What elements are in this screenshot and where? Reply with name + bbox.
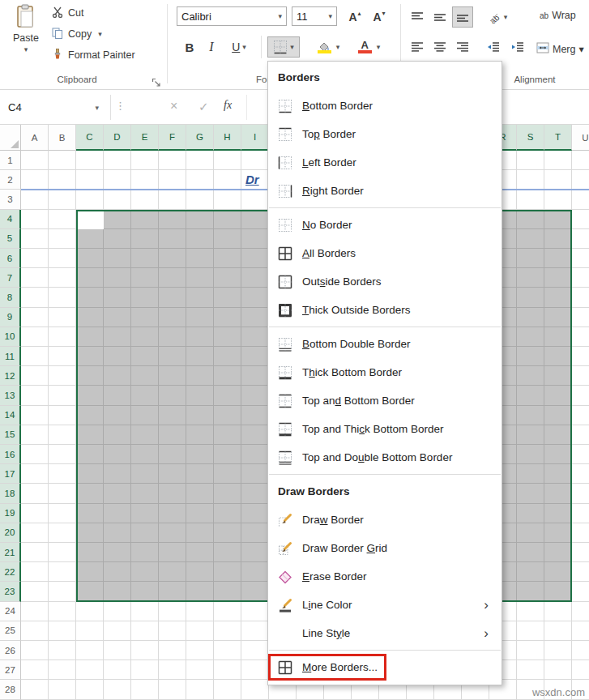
column-header-D[interactable]: D: [104, 125, 131, 151]
menu-item-top-and-thick-bottom-border[interactable]: Top and Thick Bottom Border: [268, 415, 502, 443]
row-header-5[interactable]: 5: [0, 229, 21, 249]
decrease-font-size-button[interactable]: A ▾: [368, 6, 390, 28]
enter-icon[interactable]: ✓: [198, 100, 209, 114]
column-header-U[interactable]: U: [572, 125, 589, 151]
column-header-G[interactable]: G: [186, 125, 214, 151]
column-header-S[interactable]: S: [517, 125, 544, 151]
orientation-button[interactable]: ab ▾: [481, 6, 514, 28]
row-header-21[interactable]: 21: [0, 543, 21, 562]
menu-item-bottom-border[interactable]: Bottom Border: [268, 92, 502, 120]
menu-item-top-and-bottom-border[interactable]: Top and Bottom Border: [268, 386, 502, 415]
row-header-28[interactable]: 28: [0, 680, 21, 699]
row-header-15[interactable]: 15: [0, 425, 21, 445]
menu-item-draw-border-grid[interactable]: Draw Border Grid: [268, 534, 502, 562]
decrease-indent-button[interactable]: [483, 36, 504, 58]
underline-dropdown-arrow[interactable]: ▾: [242, 43, 246, 51]
row-header-3[interactable]: 3: [0, 190, 21, 209]
wrap-text-button[interactable]: ab Wrap: [540, 10, 576, 21]
row-header-7[interactable]: 7: [0, 268, 21, 288]
menu-item-bottom-double-border[interactable]: Bottom Double Border: [268, 330, 502, 358]
align-right-button[interactable]: [452, 36, 473, 58]
menu-item-more-borders[interactable]: More Borders...: [268, 653, 502, 681]
menu-item-line-style[interactable]: Line Style›: [268, 619, 502, 647]
row-header-18[interactable]: 18: [0, 484, 21, 503]
copy-button[interactable]: Copy ▾: [52, 25, 102, 43]
insert-function-icon[interactable]: fx: [224, 99, 232, 112]
row-header-27[interactable]: 27: [0, 660, 21, 680]
font-name-combobox[interactable]: Calibri ▾: [177, 6, 287, 26]
menu-item-top-border[interactable]: Top Border: [268, 120, 502, 148]
name-box-dropdown-arrow[interactable]: ▾: [95, 104, 99, 112]
row-header-10[interactable]: 10: [0, 327, 21, 347]
row-header-22[interactable]: 22: [0, 562, 21, 582]
row-header-25[interactable]: 25: [0, 621, 21, 641]
fill-color-dropdown-arrow[interactable]: ▾: [336, 43, 340, 51]
row-header-8[interactable]: 8: [0, 288, 21, 307]
font-size-dropdown-arrow[interactable]: ▾: [324, 12, 332, 20]
row-header-17[interactable]: 17: [0, 464, 21, 484]
underline-button[interactable]: U ▾: [224, 36, 254, 58]
active-cell[interactable]: [78, 211, 104, 229]
row-header-19[interactable]: 19: [0, 504, 21, 523]
fill-color-button[interactable]: ▾: [309, 36, 345, 58]
menu-item-right-border[interactable]: Right Border: [268, 177, 502, 205]
orientation-dropdown-arrow[interactable]: ▾: [504, 13, 508, 21]
borders-button[interactable]: ▾: [267, 36, 300, 58]
borders-dropdown-arrow[interactable]: ▾: [290, 43, 294, 51]
copy-dropdown-arrow[interactable]: ▾: [98, 30, 102, 38]
row-header-6[interactable]: 6: [0, 249, 21, 268]
menu-item-top-and-double-bottom-border[interactable]: Top and Double Bottom Border: [268, 443, 502, 472]
menu-item-outside-borders[interactable]: Outside Borders: [268, 267, 502, 296]
bottom-align-button[interactable]: [452, 6, 473, 28]
column-header-F[interactable]: F: [159, 125, 186, 151]
column-header-A[interactable]: A: [21, 125, 49, 151]
row-header-14[interactable]: 14: [0, 406, 21, 425]
menu-item-draw-border[interactable]: Draw Border: [268, 506, 502, 534]
row-header-11[interactable]: 11: [0, 347, 21, 366]
row-header-26[interactable]: 26: [0, 641, 21, 660]
font-name-dropdown-arrow[interactable]: ▾: [274, 12, 282, 20]
select-all-corner[interactable]: [0, 125, 21, 151]
font-size-combobox[interactable]: 11 ▾: [292, 6, 337, 26]
cancel-icon[interactable]: ×: [170, 99, 177, 113]
menu-item-thick-bottom-border[interactable]: Thick Bottom Border: [268, 358, 502, 386]
clipboard-dialog-launcher[interactable]: [152, 76, 161, 86]
column-header-C[interactable]: C: [76, 125, 104, 151]
menu-item-thick-outside-borders[interactable]: Thick Outside Borders: [268, 296, 502, 324]
middle-align-button[interactable]: [429, 6, 450, 28]
formula-bar-drag-dots[interactable]: ⋮: [115, 100, 126, 112]
cut-button[interactable]: Cut: [52, 4, 83, 22]
row-header-2[interactable]: 2: [0, 170, 21, 190]
merge-center-button[interactable]: Merg ▾: [536, 42, 589, 56]
row-header-16[interactable]: 16: [0, 445, 21, 464]
align-center-button[interactable]: [429, 36, 450, 58]
paste-button[interactable]: Paste ▾: [6, 4, 45, 74]
format-painter-button[interactable]: Format Painter: [52, 46, 135, 64]
font-color-button[interactable]: A ▾: [352, 36, 384, 58]
font-color-dropdown-arrow[interactable]: ▾: [377, 43, 381, 51]
column-header-H[interactable]: H: [214, 125, 241, 151]
row-header-4[interactable]: 4: [0, 210, 21, 229]
row-header-20[interactable]: 20: [0, 523, 21, 543]
row-header-12[interactable]: 12: [0, 366, 21, 386]
increase-font-size-button[interactable]: A ▴: [344, 6, 365, 28]
column-header-T[interactable]: T: [544, 125, 572, 151]
paste-dropdown-arrow[interactable]: ▾: [24, 45, 28, 53]
merge-dropdown-arrow[interactable]: ▾: [578, 43, 583, 55]
name-box[interactable]: C4 ▾: [0, 96, 107, 119]
italic-button[interactable]: I: [203, 36, 220, 58]
row-header-23[interactable]: 23: [0, 582, 21, 601]
top-align-button[interactable]: [407, 6, 428, 28]
bold-button[interactable]: B: [180, 36, 199, 58]
menu-item-erase-border[interactable]: Erase Border: [268, 562, 502, 591]
menu-item-all-borders[interactable]: All Borders: [268, 239, 502, 267]
row-header-1[interactable]: 1: [0, 151, 21, 170]
increase-indent-button[interactable]: [507, 36, 528, 58]
menu-item-no-border[interactable]: No Border: [268, 211, 502, 239]
row-header-24[interactable]: 24: [0, 602, 21, 621]
align-left-button[interactable]: [407, 36, 428, 58]
row-header-13[interactable]: 13: [0, 386, 21, 405]
column-header-I[interactable]: I: [241, 125, 269, 151]
column-header-E[interactable]: E: [131, 125, 159, 151]
column-header-B[interactable]: B: [49, 125, 76, 151]
